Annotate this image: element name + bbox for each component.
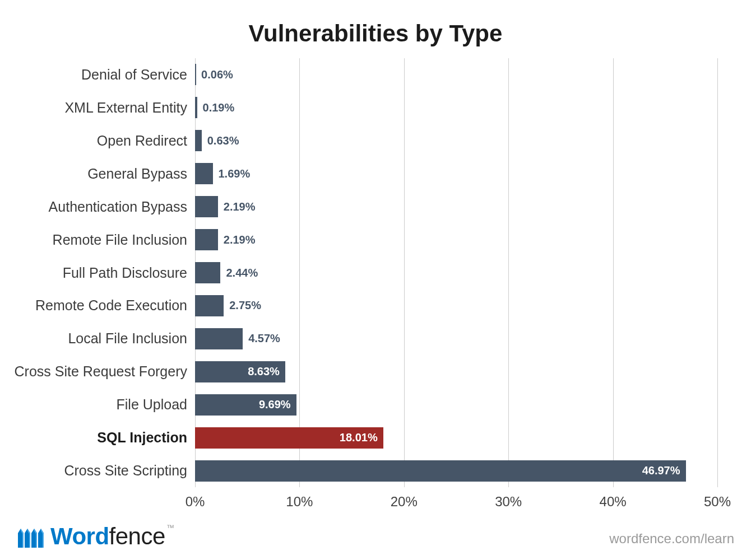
bar [195,328,243,349]
bar-row: Denial of Service0.06% [195,58,717,91]
value-label: 46.97% [642,454,680,487]
brand-word-1: Word [50,523,109,549]
brand-text: Wordfence™ [50,523,174,550]
category-label: General Bypass [2,157,195,190]
plot-area: 0%10%20%30%40%50%Denial of Service0.06%X… [195,58,717,487]
bar-row: SQL Injection18.01% [195,421,717,454]
chart-container: Vulnerabilities by Type 0%10%20%30%40%50… [0,0,751,560]
bar-row: Local File Inclusion4.57% [195,322,717,355]
bar-row: Remote Code Execution2.75% [195,289,717,322]
bar [195,460,686,482]
chart-title: Vulnerabilities by Type [0,20,751,47]
category-label: Remote Code Execution [2,289,195,322]
value-label: 9.69% [259,388,291,421]
x-axis-tick: 40% [591,494,636,510]
value-label: 0.63% [207,124,239,157]
category-label: Local File Inclusion [2,322,195,355]
x-axis-tick: 0% [173,494,217,510]
bar-row: XML External Entity0.19% [195,91,717,124]
bar-row: Open Redirect0.63% [195,124,717,157]
bar [195,262,220,283]
value-label: 18.01% [340,421,378,454]
value-label: 8.63% [248,355,280,388]
x-axis-tick: 10% [277,494,322,510]
bar [195,229,218,250]
footer-url: wordfence.com/learn [609,531,734,547]
wordfence-icon [17,525,46,548]
value-label: 0.19% [203,91,235,124]
bar [195,163,213,184]
trademark-symbol: ™ [166,523,174,532]
bar [195,64,196,85]
value-label: 1.69% [219,157,251,190]
value-label: 2.19% [224,223,256,256]
category-label: Open Redirect [2,124,195,157]
brand-word-2: fence [109,523,165,549]
bar [195,196,218,217]
category-label: Cross Site Request Forgery [2,355,195,388]
bar-row: Cross Site Scripting46.97% [195,454,717,487]
value-label: 0.06% [201,58,233,91]
x-axis-tick: 30% [486,494,531,510]
category-label: Full Path Disclosure [2,256,195,290]
value-label: 2.75% [229,289,261,322]
bar-row: Authentication Bypass2.19% [195,190,717,223]
bar-row: File Upload9.69% [195,388,717,421]
bar [195,295,224,316]
bar-row: Cross Site Request Forgery8.63% [195,355,717,388]
gridline [717,58,718,487]
category-label: SQL Injection [2,421,195,454]
category-label: Authentication Bypass [2,190,195,223]
x-axis-tick: 20% [382,494,427,510]
category-label: File Upload [2,388,195,421]
bar [195,130,202,151]
x-axis-tick: 50% [695,494,740,510]
bar [195,97,197,118]
value-label: 2.44% [226,256,258,290]
bar-row: Full Path Disclosure2.44% [195,256,717,290]
category-label: Cross Site Scripting [2,454,195,487]
bar-row: General Bypass1.69% [195,157,717,190]
category-label: Remote File Inclusion [2,223,195,256]
category-label: Denial of Service [2,58,195,91]
value-label: 2.19% [224,190,256,223]
value-label: 4.57% [248,322,280,355]
bar-row: Remote File Inclusion2.19% [195,223,717,256]
category-label: XML External Entity [2,91,195,124]
brand-logo: Wordfence™ [17,523,174,550]
